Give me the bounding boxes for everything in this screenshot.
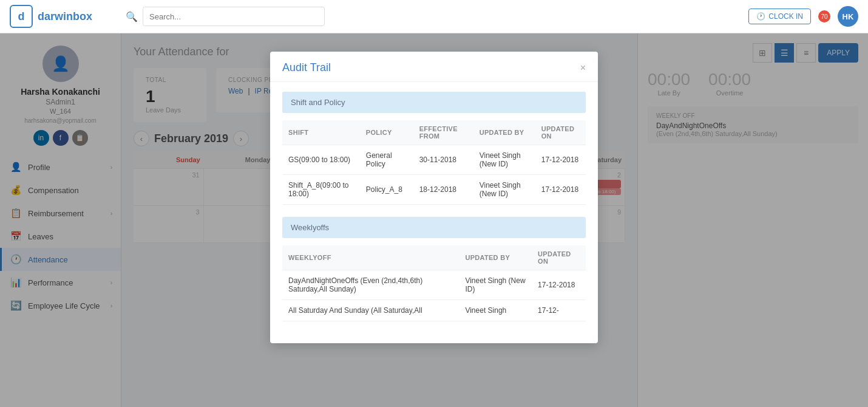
shift-policy: General Policy [360,145,413,175]
wo-table-header-row: WEEKLYOFF UPDATED BY UPDATED ON [282,245,586,270]
modal-header: Audit Trail × [270,52,598,82]
wo-updated-on: 17-12- [532,300,586,321]
topbar-right: 🕐 CLOCK IN 70 HK [748,6,858,27]
col-updated-by: UPDATED BY [473,120,535,145]
shift-name: Shift_A_8(09:00 to 18:00) [282,175,360,205]
shift-updated-on: 17-12-2018 [535,145,586,175]
shift-row-2: Shift_A_8(09:00 to 18:00) Policy_A_8 18-… [282,175,586,205]
shift-updated-on: 17-12-2018 [535,175,586,205]
table-header-row: SHIFT POLICY EFFECTIVE FROM UPDATED BY U… [282,120,586,145]
notification-count: 70 [818,10,830,22]
shift-updated-by: Vineet Singh (New ID) [473,175,535,205]
logo: d darwinbox [10,5,116,28]
col-updated-on: UPDATED ON [535,120,586,145]
col-weeklyoff: WEEKLYOFF [282,245,459,270]
shift-updated-by: Vineet Singh (New ID) [473,145,535,175]
search-input[interactable] [143,7,325,26]
modal-close-button[interactable]: × [580,63,586,74]
topbar: d darwinbox 🔍 🕐 CLOCK IN 70 HK [0,0,868,33]
wo-updated-by: Vineet Singh (New ID) [459,270,532,300]
wo-updated-by: Vineet Singh [459,300,532,321]
modal-title: Audit Trail [282,61,331,74]
wo-updated-on: 17-12-2018 [532,270,586,300]
col-wo-updated-by: UPDATED BY [459,245,532,270]
audit-trail-modal: Audit Trail × Shift and Policy SHIFT POL… [270,52,598,343]
search-icon: 🔍 [126,11,138,22]
wo-row-1: DayAndNightOneOffs (Even (2nd,4th,6th) S… [282,270,586,300]
weeklyoff-name: All Saturday And Sunday (All Saturday,Al… [282,300,459,321]
col-wo-updated-on: UPDATED ON [532,245,586,270]
shift-policy: Policy_A_8 [360,175,413,205]
search-area: 🔍 [116,7,748,26]
shift-effective-from: 18-12-2018 [413,175,473,205]
shift-name: GS(09:00 to 18:00) [282,145,360,175]
shift-effective-from: 30-11-2018 [413,145,473,175]
main-layout: 👤 Harsha Konakanchi SAdmin1 W_164 harhsa… [0,33,868,407]
logo-icon: d [10,5,33,28]
col-policy: POLICY [360,120,413,145]
weeklyoffs-table: WEEKLYOFF UPDATED BY UPDATED ON DayAndNi… [282,245,586,321]
notifications-button[interactable]: 70 [818,10,830,22]
logo-text: darwinbox [38,10,92,23]
modal-body: Shift and Policy SHIFT POLICY EFFECTIVE … [270,82,598,343]
clock-icon: 🕐 [756,12,765,21]
col-shift: SHIFT [282,120,360,145]
wo-row-2: All Saturday And Sunday (All Saturday,Al… [282,300,586,321]
shift-policy-table: SHIFT POLICY EFFECTIVE FROM UPDATED BY U… [282,120,586,205]
weeklyoffs-header: Weeklyoffs [282,217,586,238]
shift-policy-header: Shift and Policy [282,92,586,113]
user-avatar-button[interactable]: HK [838,6,858,27]
clock-in-button[interactable]: 🕐 CLOCK IN [748,9,811,24]
weeklyoff-name: DayAndNightOneOffs (Even (2nd,4th,6th) S… [282,270,459,300]
col-effective-from: EFFECTIVE FROM [413,120,473,145]
shift-row-1: GS(09:00 to 18:00) General Policy 30-11-… [282,145,586,175]
modal-backdrop[interactable]: Audit Trail × Shift and Policy SHIFT POL… [0,33,868,407]
